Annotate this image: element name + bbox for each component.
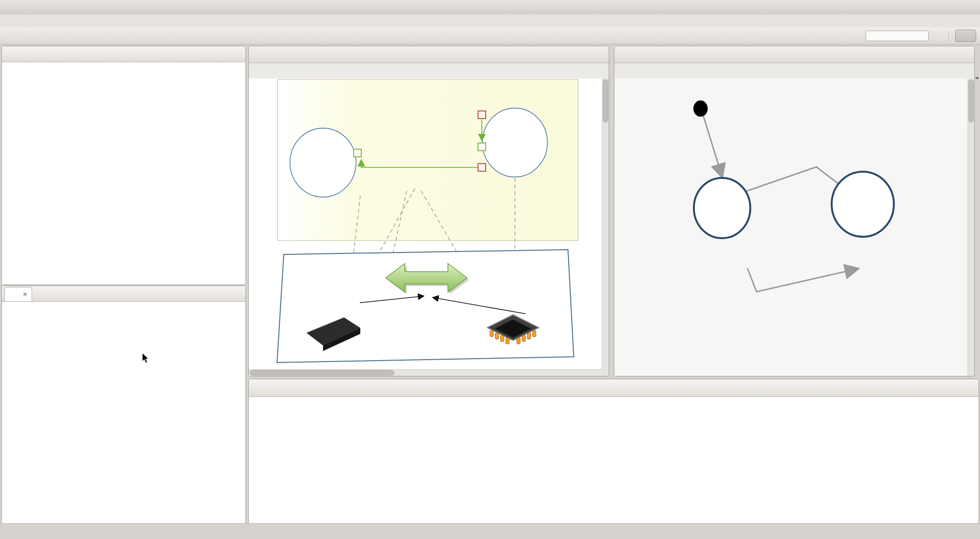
- restore-view-icon[interactable]: ◂: [975, 75, 978, 81]
- logical-steps-tree: [249, 397, 979, 524]
- input-port[interactable]: [478, 164, 486, 171]
- status-bar: [0, 523, 980, 539]
- state-unlocked[interactable]: [832, 172, 894, 237]
- minimized-view-bar: ◂: [974, 46, 979, 132]
- platform-box[interactable]: [277, 250, 574, 363]
- transition-selectcoffee[interactable]: [747, 268, 858, 292]
- outline-view-icon[interactable]: [974, 87, 980, 92]
- vertical-scrollbar[interactable]: [602, 78, 609, 376]
- input-port[interactable]: [478, 111, 486, 119]
- coffeecoin-editor: [614, 46, 975, 376]
- perspective-xdsml-button[interactable]: [955, 30, 976, 42]
- sigpml-editor: [248, 46, 609, 376]
- open-perspective-icon[interactable]: [933, 31, 942, 40]
- output-port[interactable]: [354, 149, 361, 157]
- bottom-views-panel: [248, 379, 979, 524]
- tab-gemoc-engines-status[interactable]: ✕: [4, 287, 32, 301]
- actor-releaseCoffee[interactable]: [290, 128, 356, 197]
- init-transition[interactable]: [703, 116, 722, 176]
- close-icon[interactable]: ✕: [22, 291, 27, 298]
- mouse-cursor: [141, 353, 150, 363]
- gemoc-engines-status-view: ✕: [1, 286, 246, 524]
- gemoc-icon: [9, 291, 16, 298]
- horizontal-scrollbar[interactable]: [249, 369, 602, 376]
- actor-selectCoffee[interactable]: [482, 108, 547, 177]
- minimize-button[interactable]: [935, 2, 946, 12]
- app-icon: [5, 3, 14, 12]
- engine-list: [2, 302, 245, 524]
- project-explorer-view: [1, 46, 246, 285]
- menubar: [0, 14, 980, 28]
- main-toolbar: [0, 27, 980, 44]
- vertical-scrollbar[interactable]: [968, 78, 974, 376]
- titlebar: [0, 0, 980, 15]
- sigpml-canvas[interactable]: [249, 78, 602, 370]
- quick-access-input[interactable]: [866, 31, 929, 41]
- xdsml-perspective-icon: [960, 31, 969, 40]
- maximize-button[interactable]: [950, 2, 961, 12]
- output-port[interactable]: [478, 143, 486, 151]
- close-button[interactable]: [966, 2, 976, 12]
- coffeecoin-canvas[interactable]: [614, 78, 968, 376]
- initial-state-dot[interactable]: [693, 100, 708, 117]
- project-tree: [2, 62, 245, 285]
- gemoc-studio-window: { "window": { "title": "xDSML - platform…: [0, 0, 980, 539]
- state-locked[interactable]: [694, 178, 750, 238]
